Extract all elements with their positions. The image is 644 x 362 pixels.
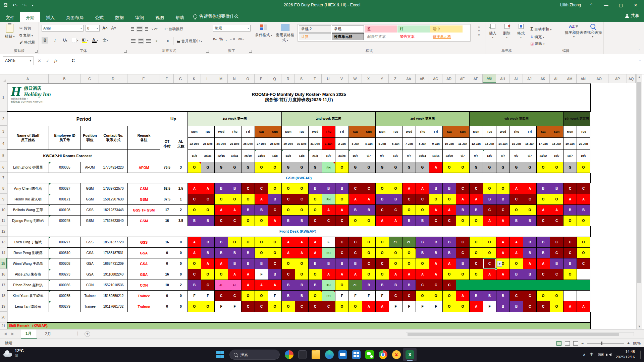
shift-cell-16-9[interactable]: O (309, 269, 322, 280)
shift-cell-10-8[interactable]: O (295, 205, 309, 216)
cut-button[interactable]: ✂ 剪切 (19, 25, 35, 32)
forecast-15-Jan[interactable]: 9/7 (510, 150, 523, 162)
shift-cell-6-6[interactable]: O (268, 162, 282, 173)
shift-cell-18-15[interactable]: C (389, 291, 402, 301)
shift-cell-15-12[interactable]: B (349, 258, 362, 269)
increase-decimal-icon[interactable]: ←.0 (229, 38, 235, 41)
shift-cell-14-23[interactable]: A (496, 248, 510, 258)
staff-remark[interactable]: GSM (128, 183, 160, 194)
date-cell-20-Jan[interactable]: 20-Jan (577, 138, 590, 150)
date-cell-4-Jan[interactable]: 4-Jan (362, 138, 376, 150)
shift-cell-14-29[interactable]: O (577, 248, 590, 258)
shift-cell-17-1[interactable]: C (201, 280, 215, 291)
staff-position[interactable]: GSA (81, 248, 99, 258)
shift-cell-16-13[interactable]: O (362, 269, 376, 280)
shift-cell-6-16[interactable]: G (402, 162, 416, 173)
day-header-10-Jan[interactable]: Sat (443, 126, 456, 138)
shift-cell-15-2[interactable]: A (215, 258, 228, 269)
shift-cell-9-22[interactable]: B (483, 194, 496, 205)
row-header-18[interactable]: 18 (0, 290, 7, 301)
shift-cell-10-16[interactable]: O (402, 205, 416, 216)
row-header-7[interactable]: 7 (0, 173, 7, 183)
cell-style-解释性文本[interactable]: 解释性文本 (365, 33, 397, 40)
shift-cell-18-28[interactable] (564, 291, 577, 301)
shift-cell-19-21[interactable]: A (470, 301, 483, 312)
staff-id[interactable]: 000027 (49, 183, 81, 194)
staff-id[interactable]: 000055 (49, 162, 81, 173)
shift-cell-19-25[interactable]: C (523, 301, 537, 312)
staff-contact[interactable]: 15521010536 (99, 280, 128, 291)
shift-cell-11-29[interactable]: O (577, 216, 590, 226)
shift-cell-15-7[interactable]: O (282, 258, 295, 269)
column-header-X[interactable]: X (362, 74, 375, 83)
shift-cell-9-27[interactable]: O (550, 194, 564, 205)
row-header-1[interactable]: 1 (0, 83, 7, 112)
zoom-out-icon[interactable]: − (582, 341, 584, 345)
shift-cell-14-20[interactable]: C (456, 248, 470, 258)
shift-cell-13-19[interactable]: B (443, 237, 456, 248)
shift-cell-15-16[interactable]: O (402, 258, 416, 269)
staff-name[interactable]: Kimi Yuan 袁宇嵘鸣 (7, 291, 49, 301)
shift-cell-13-13[interactable]: O (362, 237, 376, 248)
shift-cell-15-25[interactable]: A (523, 258, 537, 269)
shift-cell-17-3[interactable]: AL (228, 280, 241, 291)
shift-cell-6-15[interactable]: G (389, 162, 402, 173)
shift-cell-16-0[interactable]: C (188, 269, 201, 280)
borders-button[interactable]: ▾ (72, 37, 78, 44)
formula-content[interactable]: C (69, 56, 634, 65)
staff-ot[interactable]: 16 (160, 216, 174, 226)
shift-cell-17-4[interactable]: A (241, 280, 255, 291)
staff-ot[interactable]: 17 (160, 205, 174, 216)
shift-cell-15-4[interactable]: B (241, 258, 255, 269)
date-cell-3-Jan[interactable]: 3-Jan (349, 138, 362, 150)
shift-cell-17-15[interactable]: B (389, 280, 402, 291)
shift-cell-15-27[interactable]: B (550, 258, 564, 269)
shift-cell-16-8[interactable]: O (295, 269, 309, 280)
date-cell-25-Dec[interactable]: 25-Dec (228, 138, 241, 150)
staff-position[interactable]: GSA (81, 269, 99, 280)
row-header-13[interactable]: 13 (0, 237, 7, 247)
shift-cell-8-23[interactable]: O (496, 183, 510, 194)
shift-cell-10-26[interactable]: A (537, 205, 550, 216)
shift-cell-11-9[interactable]: C (309, 216, 322, 226)
column-header-AD[interactable]: AD (442, 74, 456, 83)
date-cell-12-Jan[interactable]: 12-Jan (470, 138, 483, 150)
shift-cell-6-9[interactable]: G (309, 162, 322, 173)
row-header-17[interactable]: 17 (0, 280, 7, 290)
shift-cell-16-6[interactable]: B (268, 269, 282, 280)
decrease-indent-icon[interactable]: ⇤ (154, 38, 161, 44)
shift-cell-19-13[interactable]: A (362, 301, 376, 312)
ribbon-tab-视图[interactable]: 视图 (150, 12, 170, 22)
shift-cell-9-21[interactable]: A (470, 194, 483, 205)
shift-cell-10-12[interactable]: B (349, 205, 362, 216)
forecast-9-Jan[interactable]: 19/15 (429, 150, 443, 162)
shift-cell-16-12[interactable]: A (349, 269, 362, 280)
phonetic-button[interactable]: 文▾ (102, 37, 109, 44)
shift-cell-6-0[interactable]: O (188, 162, 201, 173)
collapse-ribbon-icon[interactable]: ⌃ (638, 49, 641, 53)
delete-cells-button[interactable]: ✕ 删除▾ (500, 24, 514, 39)
column-header-AL[interactable]: AL (550, 74, 563, 83)
shift-cell-11-23[interactable]: A (496, 216, 510, 226)
cell-style-链接单元格[interactable]: 链接单元格 (430, 33, 463, 40)
shift-cell-18-25[interactable]: C (523, 291, 537, 301)
column-header-T[interactable]: T (308, 74, 322, 83)
keyboard-icon[interactable]: ⌨ (598, 352, 603, 357)
shift-cell-16-11[interactable]: A (335, 269, 349, 280)
shift-cell-10-4[interactable]: B (241, 205, 255, 216)
shift-cell-19-5[interactable]: C (255, 301, 268, 312)
shift-cell-16-27[interactable]: C (550, 269, 564, 280)
shift-cell-19-2[interactable]: F (215, 301, 228, 312)
speaker-icon[interactable] (607, 353, 611, 356)
column-header-AC[interactable]: AC (429, 74, 442, 83)
shift-cell-17-6[interactable]: A (268, 280, 282, 291)
vertical-scrollbar[interactable]: ▲ ▼ (636, 74, 642, 329)
tray-chevron-up-icon[interactable]: ∧ (583, 352, 586, 357)
next-sheet-icon[interactable]: ▶ (11, 332, 14, 336)
shift-cell-15-14[interactable]: C (376, 258, 389, 269)
staff-contact[interactable]: 17623623040 (99, 216, 128, 226)
shift-cell-9-14[interactable]: B (376, 194, 389, 205)
column-header-B[interactable]: B (49, 74, 80, 83)
cell-style-好[interactable]: 好 (397, 25, 430, 33)
staff-id[interactable]: 000108 (49, 205, 81, 216)
